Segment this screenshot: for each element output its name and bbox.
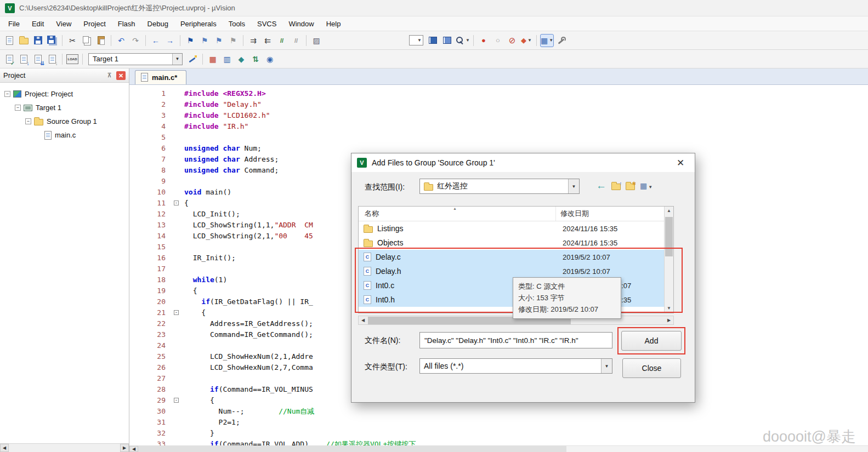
bookmark-prev-icon[interactable]: ⚑ xyxy=(198,34,211,47)
tree-expander-icon[interactable]: − xyxy=(15,105,21,111)
menu-item-flash[interactable]: Flash xyxy=(112,16,141,31)
download-icon[interactable]: LOAD xyxy=(66,53,79,66)
debug-windows-icon[interactable]: ▦▼ xyxy=(540,34,554,47)
tree-expander-icon[interactable]: − xyxy=(25,118,31,124)
indent-icon[interactable]: ⇉ xyxy=(247,34,260,47)
dialog-close-button[interactable]: ✕ xyxy=(672,157,689,169)
menu-item-project[interactable]: Project xyxy=(77,16,111,31)
quick-find-combo[interactable]: ▼ xyxy=(409,35,423,45)
find-in-files-icon[interactable] xyxy=(426,34,439,47)
uncomment-icon[interactable]: // xyxy=(290,34,303,47)
menu-item-edit[interactable]: Edit xyxy=(26,16,50,31)
translate-icon[interactable] xyxy=(3,53,16,66)
scroll-down-icon[interactable]: ▼ xyxy=(665,304,673,313)
wrench-icon[interactable] xyxy=(555,34,568,47)
tree-item-main-c[interactable]: main.c xyxy=(0,128,129,142)
pin-icon[interactable]: ⊼ xyxy=(105,71,114,80)
code-line-6[interactable]: 6unsigned char Num; xyxy=(129,143,868,154)
scroll-right-icon[interactable]: ▶ xyxy=(665,316,673,324)
vscroll-thumb[interactable] xyxy=(665,217,673,256)
add-button[interactable]: Add xyxy=(621,331,682,351)
column-name[interactable]: 名称 xyxy=(359,207,556,221)
manage-multi-project-icon[interactable]: ▥ xyxy=(220,53,234,66)
breakpoint-disable-all-icon[interactable]: ⊘ xyxy=(506,34,519,47)
file-list-vscrollbar[interactable]: ▲ ▼ xyxy=(664,207,673,313)
scroll-up-icon[interactable]: ▲ xyxy=(665,207,673,215)
scroll-left-icon[interactable]: ◀ xyxy=(0,444,9,452)
view-menu-icon[interactable]: ▦▼ xyxy=(640,181,653,190)
back-icon[interactable]: ← xyxy=(596,180,606,192)
code-line-31[interactable]: 31 P2=1; xyxy=(129,417,868,428)
menu-item-window[interactable]: Window xyxy=(282,16,320,31)
close-button[interactable]: Close xyxy=(622,358,681,378)
edit-config-icon[interactable]: ▨ xyxy=(310,34,323,47)
file-row-objects[interactable]: Objects2024/11/16 15:35 xyxy=(359,236,664,250)
tree-item-target-1[interactable]: −Target 1 xyxy=(0,101,129,115)
code-line-30[interactable]: 30 Num--; //Num自减 xyxy=(129,406,868,417)
menu-item-debug[interactable]: Debug xyxy=(141,16,174,31)
file-row-listings[interactable]: Listings2024/11/16 15:35 xyxy=(359,221,664,236)
up-one-level-icon[interactable]: ↑ xyxy=(611,184,621,190)
project-panel-hscrollbar[interactable]: ◀ ▶ xyxy=(0,443,129,452)
menu-item-help[interactable]: Help xyxy=(320,16,347,31)
scroll-left-icon[interactable]: ◀ xyxy=(359,316,367,324)
cut-icon[interactable]: ✂ xyxy=(66,34,79,47)
bookmark-next-icon[interactable]: ⚑ xyxy=(212,34,225,47)
batch-build-icon[interactable] xyxy=(46,53,59,66)
menu-item-svcs[interactable]: SVCS xyxy=(251,16,282,31)
chevron-down-icon[interactable]: ▼ xyxy=(172,54,182,65)
breakpoint-kill-all-icon[interactable]: ◆▼ xyxy=(520,34,533,47)
tree-item-project-project[interactable]: −Project: Project xyxy=(0,87,129,101)
filename-input[interactable]: "Delay.c" "Delay.h" "Int0.c" "Int0.h" "I… xyxy=(419,332,612,348)
options-for-target-icon[interactable] xyxy=(186,53,199,66)
menu-item-tools[interactable]: Tools xyxy=(223,16,251,31)
tree-item-source-group-1[interactable]: −Source Group 1 xyxy=(0,115,129,128)
tree-expander-icon[interactable]: − xyxy=(4,91,10,97)
fold-collapse-icon[interactable]: - xyxy=(174,310,179,315)
code-line-32[interactable]: 32 } xyxy=(129,428,868,439)
file-row-delay-h[interactable]: CDelay.h2019/5/2 10:07 xyxy=(359,264,664,278)
target-select[interactable]: Target 1▼ xyxy=(88,53,183,65)
build-icon[interactable] xyxy=(17,53,30,66)
rebuild-icon[interactable] xyxy=(31,53,44,66)
code-line-1[interactable]: 1#include <REGX52.H> xyxy=(129,88,868,99)
code-line-33[interactable]: 33 if(Command==IR_VOL_ADD) //如果遥控器VOL+按键… xyxy=(129,439,868,445)
menu-item-view[interactable]: View xyxy=(50,16,77,31)
fold-collapse-icon[interactable]: - xyxy=(174,398,179,403)
scroll-left-icon[interactable]: ◀ xyxy=(129,446,138,452)
chevron-down-icon[interactable]: ▼ xyxy=(568,179,579,193)
open-folder-icon[interactable] xyxy=(17,34,30,47)
filetype-combo[interactable]: All files (*.*) ▼ xyxy=(419,358,612,374)
new-folder-icon[interactable]: ✱ xyxy=(626,184,635,190)
comment-icon[interactable]: // xyxy=(275,34,288,47)
manage-components-icon[interactable]: ▦ xyxy=(206,53,219,66)
bookmark-clear-all-icon[interactable]: ⚑ xyxy=(226,34,240,47)
column-date-modified[interactable]: 修改日期 xyxy=(556,209,589,219)
menu-item-peripherals[interactable]: Peripherals xyxy=(174,16,223,31)
breakpoint-toggle-icon[interactable]: ○ xyxy=(491,34,504,47)
file-row-delay-c[interactable]: CDelay.c2019/5/2 10:07 xyxy=(359,250,664,264)
pack-installer-icon[interactable]: ⇅ xyxy=(249,53,262,66)
save-all-icon[interactable] xyxy=(46,34,59,47)
tab-main-c[interactable]: main.c* xyxy=(135,70,186,84)
nav-back-icon[interactable]: ← xyxy=(149,34,162,47)
code-line-2[interactable]: 2#include "Delay.h" xyxy=(129,99,868,110)
hscroll-thumb[interactable] xyxy=(138,446,566,452)
nav-forward-icon[interactable]: → xyxy=(163,34,177,47)
code-line-3[interactable]: 3#include "LCD1602.h" xyxy=(129,110,868,121)
unindent-icon[interactable]: ⇇ xyxy=(261,34,274,47)
bookmark-icon[interactable]: ⚑ xyxy=(184,34,197,47)
incremental-find-icon[interactable] xyxy=(440,34,453,47)
code-line-4[interactable]: 4#include "IR.h" xyxy=(129,121,868,132)
books-icon[interactable]: ◉ xyxy=(263,53,276,66)
new-file-icon[interactable] xyxy=(3,34,16,47)
save-icon[interactable] xyxy=(31,34,44,47)
breakpoint-icon[interactable]: ● xyxy=(477,34,490,47)
chevron-down-icon[interactable]: ▼ xyxy=(601,359,612,373)
code-line-5[interactable]: 5 xyxy=(129,132,868,143)
look-in-combo[interactable]: 红外遥控 ▼ xyxy=(419,179,580,194)
redo-icon[interactable]: ↷ xyxy=(129,34,142,47)
menu-item-file[interactable]: File xyxy=(2,16,26,31)
undo-icon[interactable]: ↶ xyxy=(115,34,128,47)
fold-collapse-icon[interactable]: - xyxy=(174,201,179,205)
